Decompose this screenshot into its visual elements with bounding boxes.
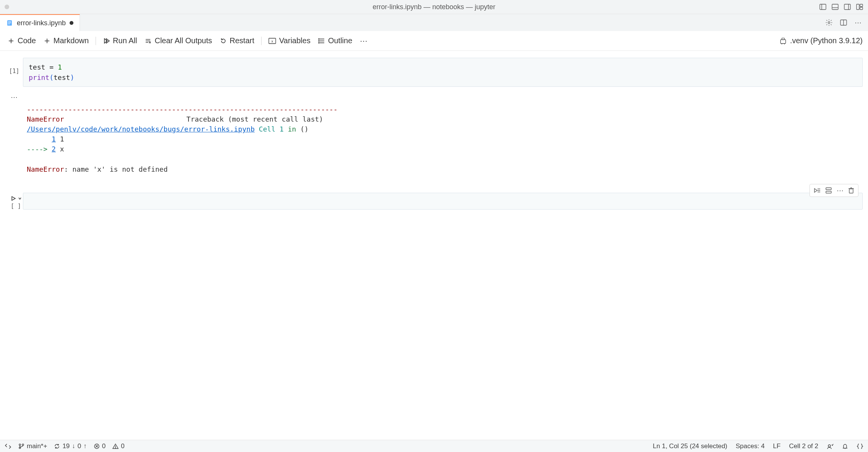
close-window-button[interactable] (5, 5, 9, 9)
svg-point-33 (319, 41, 319, 41)
svg-point-13 (828, 22, 830, 24)
gear-icon[interactable] (825, 19, 833, 26)
tab-label: error-links.ipynb (17, 19, 66, 27)
cell-2: [ ] ⋯ (5, 193, 863, 210)
notebook-toolbar: Code Markdown Run All Clear All Outputs … (0, 31, 868, 51)
run-by-line-icon[interactable] (814, 187, 821, 194)
svg-rect-11 (8, 23, 11, 23)
bell-icon[interactable] (842, 443, 848, 449)
braces-icon[interactable] (857, 443, 863, 450)
tab-error-links[interactable]: error-links.ipynb (0, 14, 80, 31)
outline-label: Outline (328, 36, 352, 45)
cell-1: [1] test = 1 print(test) (5, 58, 863, 87)
exec-count: [1] (9, 68, 19, 75)
svg-rect-44 (826, 188, 831, 190)
restart-label: Restart (230, 36, 254, 45)
restart-button[interactable]: Restart (218, 35, 257, 47)
svg-rect-6 (857, 4, 859, 10)
cell-output: ----------------------------------------… (23, 103, 863, 177)
cell-position[interactable]: Cell 2 of 2 (789, 442, 818, 450)
svg-point-57 (115, 447, 116, 448)
add-markdown-button[interactable]: Markdown (41, 35, 91, 47)
customize-layout-icon[interactable] (856, 3, 863, 11)
svg-rect-8 (860, 7, 863, 10)
notebook-area: [1] test = 1 print(test) ⋯ -------------… (0, 51, 868, 440)
svg-rect-45 (826, 191, 831, 193)
title-bar: error-links.ipynb — notebooks — jupyter (0, 0, 868, 14)
svg-marker-40 (814, 189, 817, 192)
unsaved-indicator-icon (70, 21, 73, 25)
svg-rect-12 (8, 24, 10, 24)
kernel-label: .venv (Python 3.9.12) (790, 36, 863, 45)
output-collapse-button[interactable]: ⋯ (5, 92, 863, 103)
svg-rect-7 (860, 4, 863, 7)
git-branch[interactable]: main*+ (18, 442, 47, 450)
svg-rect-10 (8, 21, 11, 22)
run-all-label: Run All (113, 36, 137, 45)
add-code-label: Code (18, 36, 36, 45)
eol[interactable]: LF (773, 442, 781, 450)
clear-outputs-label: Clear All Outputs (154, 36, 212, 45)
outline-button[interactable]: Outline (316, 35, 354, 47)
svg-point-51 (22, 444, 24, 445)
problems-warnings[interactable]: 0 (112, 442, 124, 450)
svg-rect-35 (780, 39, 785, 43)
status-bar: main*+ 19↓ 0↑ 0 0 Ln 1, Col 25 (24 selec… (0, 440, 868, 452)
panel-bottom-icon[interactable] (831, 3, 839, 11)
svg-marker-39 (12, 197, 15, 200)
code-editor[interactable]: ⋯ (23, 193, 863, 210)
run-cell-button[interactable] (11, 196, 16, 201)
exec-count: [ ] (11, 203, 21, 210)
indentation[interactable]: Spaces: 4 (736, 442, 765, 450)
svg-rect-0 (820, 4, 826, 10)
panel-right-icon[interactable] (844, 3, 851, 11)
svg-point-49 (19, 444, 21, 445)
feedback-icon[interactable] (827, 443, 834, 450)
more-actions-icon[interactable]: ⋯ (854, 19, 862, 26)
remote-indicator[interactable] (5, 443, 11, 450)
svg-rect-4 (844, 4, 850, 10)
window-controls (5, 5, 9, 9)
delete-cell-icon[interactable] (848, 187, 854, 194)
code-editor[interactable]: test = 1 print(test) (23, 58, 863, 87)
svg-rect-38 (782, 38, 785, 39)
cursor-position[interactable]: Ln 1, Col 25 (24 selected) (653, 442, 727, 450)
traceback-file-link[interactable]: /Users/penlv/code/work/notebooks/bugs/er… (27, 125, 255, 133)
panel-left-icon[interactable] (819, 3, 827, 11)
add-code-button[interactable]: Code (5, 35, 38, 47)
variables-button[interactable]: x Variables (266, 35, 313, 47)
cell-toolbar: ⋯ (809, 184, 858, 197)
svg-text:x: x (271, 39, 273, 43)
split-editor-icon[interactable] (840, 19, 847, 26)
add-markdown-label: Markdown (54, 36, 89, 45)
notebook-file-icon (6, 20, 13, 26)
svg-point-58 (828, 445, 831, 447)
traceback-line-link[interactable]: 2 (52, 145, 56, 153)
svg-rect-2 (832, 4, 838, 10)
cell-more-icon[interactable]: ⋯ (837, 186, 844, 195)
clear-outputs-button[interactable]: Clear All Outputs (142, 35, 214, 47)
run-by-line-button[interactable] (18, 196, 22, 201)
kernel-picker[interactable]: .venv (Python 3.9.12) (779, 36, 863, 45)
git-sync[interactable]: 19↓ 0↑ (54, 442, 86, 450)
window-title: error-links.ipynb — notebooks — jupyter (0, 3, 868, 11)
svg-point-32 (319, 39, 319, 39)
svg-point-34 (319, 42, 319, 43)
tab-bar: error-links.ipynb ⋯ (0, 14, 868, 31)
svg-rect-46 (849, 189, 853, 193)
problems-errors[interactable]: 0 (94, 442, 106, 450)
toolbar-more-button[interactable]: ⋯ (358, 35, 370, 47)
split-cell-icon[interactable] (825, 187, 832, 194)
run-all-button[interactable]: Run All (101, 35, 139, 47)
variables-label: Variables (279, 36, 310, 45)
traceback-line-link[interactable]: 1 (52, 135, 56, 143)
